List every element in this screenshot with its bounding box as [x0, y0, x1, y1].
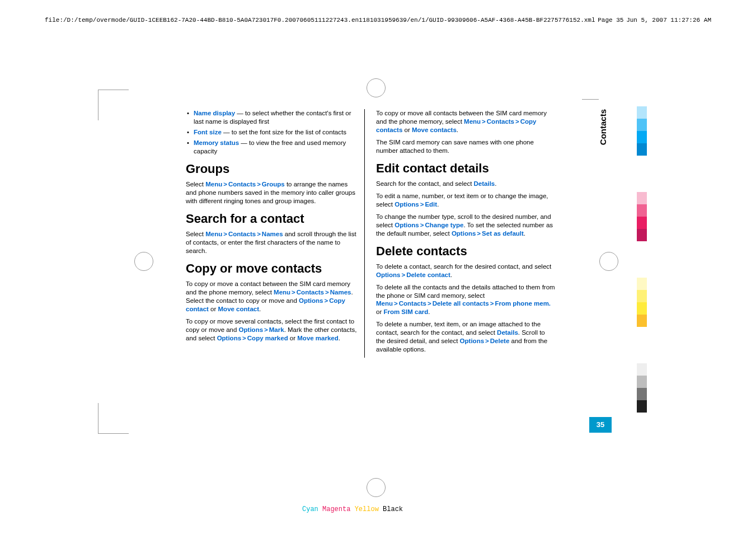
footer-cyan: Cyan: [302, 505, 318, 513]
right-column: To copy or move all contacts between the…: [376, 109, 555, 358]
color-bar-magenta-med: [637, 204, 647, 217]
copy-paragraph-2: To copy or move several contacts, select…: [186, 317, 358, 343]
registration-mark-left: [134, 252, 157, 274]
page-number: 35: [589, 417, 612, 433]
color-bar-black: [637, 388, 647, 400]
edit-paragraph-1: Search for the contact, and select Detai…: [376, 180, 555, 188]
color-bar-black-med: [637, 376, 647, 388]
copy-paragraph-1: To copy or move a contact between the SI…: [186, 280, 358, 313]
bullet-memory-status: Memory status — to view the free and use…: [194, 139, 358, 156]
color-bar-yellow: [637, 302, 647, 315]
header-page: Page 35: [598, 17, 623, 24]
footer-colors: Cyan Magenta Yellow Black: [302, 505, 403, 513]
footer-yellow: Yellow: [355, 505, 379, 513]
crop-mark-bl: [98, 403, 129, 434]
top-paragraph-1: To copy or move all contacts between the…: [376, 109, 555, 134]
heading-edit: Edit contact details: [376, 162, 555, 175]
color-bar-cyan-med: [637, 119, 647, 131]
footer-magenta: Magenta: [322, 505, 350, 513]
content-area: Name display — to select whether the con…: [186, 109, 555, 358]
header-path: file:/D:/temp/overmode/GUID-1CEEB162-7A2…: [45, 17, 595, 24]
color-bar-yellow-dark: [637, 315, 647, 327]
heading-delete: Delete contacts: [376, 245, 555, 258]
heading-groups: Groups: [186, 162, 358, 176]
color-bars: [637, 106, 647, 449]
color-bar-black-light: [637, 363, 647, 376]
crop-mark-tl: [98, 90, 129, 120]
header-date: Jun 5, 2007 11:27:26 AM: [626, 17, 711, 24]
color-bar-yellow-med: [637, 290, 647, 302]
delete-paragraph-1: To delete a contact, search for the desi…: [376, 263, 555, 279]
delete-paragraph-3: To delete a number, text item, or an ima…: [376, 320, 555, 354]
color-bar-magenta-light: [637, 192, 647, 204]
color-bar-cyan: [637, 131, 647, 143]
crop-mark-tr: [582, 99, 599, 100]
registration-mark-right: [599, 252, 622, 274]
color-bar-magenta-dark: [637, 229, 647, 241]
delete-paragraph-2: To delete all the contacts and the detai…: [376, 283, 555, 317]
heading-copy: Copy or move contacts: [186, 262, 358, 275]
color-bar-magenta: [637, 217, 647, 229]
color-bar-black-dark: [637, 400, 647, 413]
bullet-name-display: Name display — to select whether the con…: [194, 109, 358, 126]
search-paragraph: Select Menu>Contacts>Names and scroll th…: [186, 230, 358, 255]
edit-paragraph-2: To edit a name, number, or text item or …: [376, 192, 555, 209]
color-bar-cyan-dark: [637, 143, 647, 156]
bullet-font-size: Font size — to set the font size for the…: [194, 128, 358, 137]
registration-mark-bottom: [367, 478, 389, 500]
left-column: Name display — to select whether the con…: [186, 109, 365, 358]
footer-black: Black: [383, 505, 403, 513]
heading-search: Search for a contact: [186, 212, 358, 226]
registration-mark-top: [367, 78, 389, 101]
color-bar-yellow-light: [637, 278, 647, 290]
edit-paragraph-3: To change the number type, scroll to the…: [376, 213, 555, 238]
groups-paragraph: Select Menu>Contacts>Groups to arrange t…: [186, 180, 358, 205]
side-tab: Contacts: [598, 109, 608, 145]
top-paragraph-2: The SIM card memory can save names with …: [376, 138, 555, 155]
color-bar-cyan-light: [637, 106, 647, 119]
header: file:/D:/temp/overmode/GUID-1CEEB162-7A2…: [45, 17, 711, 24]
